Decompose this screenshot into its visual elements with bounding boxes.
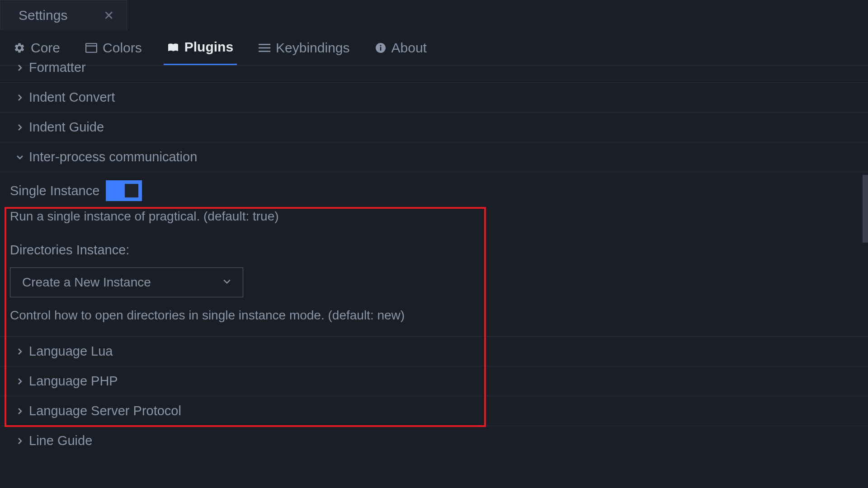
chevron-right-icon — [16, 348, 24, 355]
chevron-right-icon — [16, 124, 24, 131]
plugin-row-indent-guide[interactable]: Indent Guide — [0, 113, 868, 142]
menu-icon — [259, 43, 270, 52]
scrollbar[interactable] — [863, 60, 868, 455]
chevron-right-icon — [16, 437, 24, 445]
plugin-name: Language Server Protocol — [29, 404, 181, 418]
plugin-row-line-guide[interactable]: Line Guide — [0, 426, 868, 455]
single-instance-label: Single Instance — [10, 183, 99, 198]
plugins-list: Formatter Indent Convert Indent Guide In… — [0, 60, 868, 455]
plugin-row-formatter[interactable]: Formatter — [0, 60, 868, 83]
ipc-settings-panel: Single Instance Run a single instance of… — [0, 172, 868, 337]
svg-rect-0 — [86, 43, 97, 52]
plugin-row-language-lua[interactable]: Language Lua — [0, 337, 868, 366]
nav-label: Plugins — [184, 39, 233, 55]
tab-title: Settings — [19, 8, 67, 23]
single-instance-row: Single Instance — [10, 180, 868, 201]
plugin-name: Indent Guide — [29, 120, 104, 135]
toggle-handle — [125, 184, 138, 197]
plugin-row-language-server-protocol[interactable]: Language Server Protocol — [0, 396, 868, 426]
plugin-name: Formatter — [29, 60, 86, 75]
plugin-name: Inter-process communication — [29, 150, 197, 164]
single-instance-toggle[interactable] — [106, 180, 142, 201]
directories-instance-select[interactable]: Create a New Instance — [10, 267, 243, 297]
plugin-row-language-php[interactable]: Language PHP — [0, 366, 868, 396]
book-icon — [167, 42, 179, 52]
info-icon — [375, 42, 386, 53]
directories-instance-label: Directories Instance: — [10, 243, 868, 258]
chevron-down-icon — [223, 277, 231, 287]
svg-point-6 — [380, 45, 381, 46]
nav-label: About — [392, 40, 427, 56]
plugin-name: Language Lua — [29, 344, 113, 359]
nav-label: Core — [31, 40, 60, 56]
nav-label: Colors — [103, 40, 142, 56]
tab-settings[interactable]: Settings ✕ — [0, 0, 127, 30]
plugin-name: Indent Convert — [29, 90, 115, 105]
chevron-down-icon — [16, 154, 24, 161]
nav-label: Keybindings — [276, 40, 349, 56]
select-value: Create a New Instance — [22, 275, 151, 290]
plugin-name: Language PHP — [29, 374, 118, 389]
tab-bar: Settings ✕ — [0, 0, 868, 30]
directories-instance-description: Control how to open directories in singl… — [10, 308, 868, 323]
gear-icon — [14, 42, 25, 54]
chevron-right-icon — [16, 378, 24, 385]
plugin-row-ipc[interactable]: Inter-process communication — [0, 142, 868, 172]
chevron-right-icon — [16, 408, 24, 415]
close-icon[interactable]: ✕ — [104, 8, 114, 23]
svg-rect-7 — [380, 47, 381, 51]
chevron-right-icon — [16, 94, 24, 101]
plugin-name: Line Guide — [29, 433, 92, 448]
plugin-row-indent-convert[interactable]: Indent Convert — [0, 83, 868, 113]
window-icon — [85, 43, 97, 53]
single-instance-description: Run a single instance of pragtical. (def… — [10, 209, 868, 224]
chevron-right-icon — [16, 64, 24, 71]
scrollbar-thumb[interactable] — [863, 175, 868, 243]
